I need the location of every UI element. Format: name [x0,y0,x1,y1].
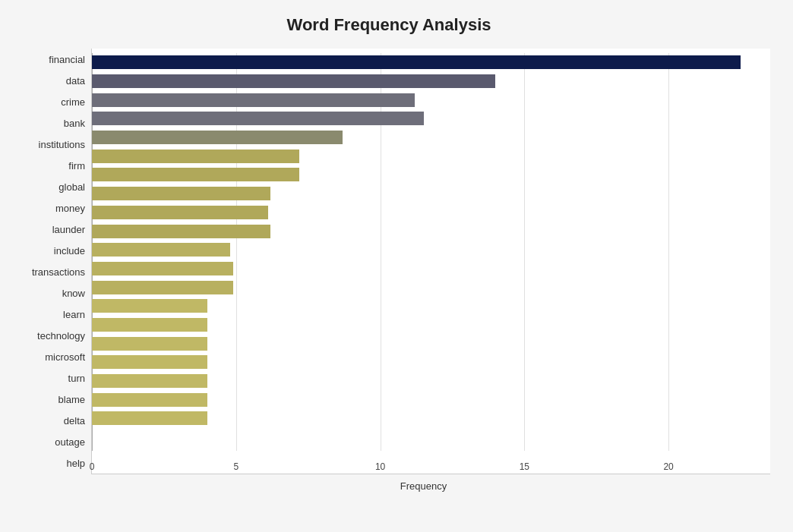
y-label: microsoft [45,349,85,366]
x-tick-label: 15 [520,461,529,472]
y-label: include [54,242,85,259]
y-label: crime [61,93,85,110]
y-label: delta [64,413,85,430]
y-axis: financialdatacrimebankinstitutionsfirmgl… [8,49,91,474]
bar [92,318,207,332]
y-label: learn [63,307,85,323]
bar-row [92,148,755,165]
y-label: data [66,72,85,89]
bar [92,299,207,313]
y-label: technology [37,328,85,345]
bar [92,206,268,219]
bar [92,150,299,163]
bar-row [92,392,755,408]
y-label: transactions [32,263,85,280]
bar [92,74,495,88]
y-label: help [66,455,85,472]
bar [92,225,270,238]
y-label: firm [68,157,85,174]
bar [92,262,233,275]
bar [92,411,207,425]
x-axis-title: Frequency [92,480,755,492]
bar-row [92,166,755,183]
bar [92,393,207,407]
bar [92,187,270,200]
bar-row [92,260,755,277]
y-label: financial [49,51,85,68]
bar-row [92,279,755,296]
y-label: institutions [39,136,85,153]
x-tick-label: 20 [663,461,673,472]
chart-area: financialdatacrimebankinstitutionsfirmgl… [8,49,770,474]
bar-row [92,129,755,146]
y-label: know [62,285,85,302]
plot-area: 05101520 Frequency [91,49,770,474]
chart-title: Word Frequency Analysis [8,15,770,35]
bar [92,131,343,144]
bar [92,55,741,69]
bar-row [92,354,755,370]
bar [92,355,207,369]
x-tick-label: 10 [375,461,385,472]
x-tick-label: 0 [90,461,95,472]
bar [92,112,424,125]
bar-row [92,223,755,240]
bar-row [92,92,755,109]
bar [92,93,415,107]
x-tick-label: 5 [233,461,239,472]
bar [92,374,207,388]
bar-row [92,241,755,258]
bar [92,243,230,257]
bar-row [92,110,755,127]
y-label: global [58,178,85,195]
bar-row [92,54,755,71]
bar-row [92,335,755,352]
bar-row [92,297,755,314]
bar [92,337,207,351]
chart-container: Word Frequency Analysis financialdatacri… [0,0,793,532]
bar-row [92,185,755,202]
bar-row [92,204,755,221]
bar-row [92,73,755,90]
bar [92,281,233,294]
y-label: bank [64,115,85,131]
bar-row [92,316,755,333]
y-label: outage [55,434,85,451]
y-label: blame [58,392,85,408]
bar-row [92,410,755,427]
bar-row [92,373,755,389]
y-label: launder [52,221,85,238]
y-label: turn [68,370,85,387]
bar [92,168,299,181]
y-label: money [55,200,85,216]
